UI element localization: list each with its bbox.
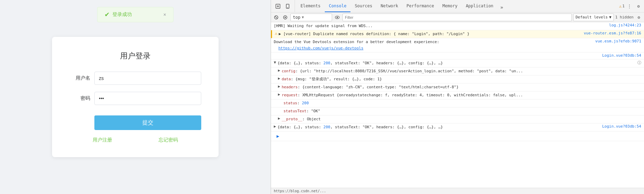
hidden-count: 1 hidden <box>615 15 634 19</box>
console-source[interactable]: vue.esm.js?efeb:9071 <box>595 39 641 43</box>
success-icon: ✔ <box>104 11 110 18</box>
svg-line-4 <box>275 16 277 18</box>
console-line-object: ▼ {data: {…}, status: 200, statusText: "… <box>271 59 644 67</box>
svg-point-8 <box>337 17 338 18</box>
console-message: __proto__: Object <box>282 116 641 122</box>
warning-count: 1 <box>622 4 625 8</box>
console-line-child: ▶ headers: {content-language: "zh-CN", c… <box>271 83 644 91</box>
username-row: 用户名 <box>69 72 201 85</box>
login-title: 用户登录 <box>69 51 201 61</box>
toast-message: 登录成功 <box>112 11 132 18</box>
console-line: Login.vue?03db:54 <box>271 52 644 59</box>
submit-row: 提交 <box>69 112 201 136</box>
console-message: data: {msg: "登录成功", result: {…}, code: 1… <box>282 76 641 82</box>
console-prompt-line: ▶ <box>271 131 644 141</box>
login-card: 用户登录 用户名 密码 提交 用户注册 忘记密码 <box>52 37 219 157</box>
links-row: 用户注册 忘记密码 <box>69 137 201 143</box>
submit-button[interactable]: 提交 <box>94 115 201 130</box>
filter-input[interactable] <box>342 14 572 21</box>
console-line-child: ▶ __proto__: Object <box>271 115 644 123</box>
devtools-topbar-right: ⚠ 1 ⋮ ⚙ <box>619 2 644 10</box>
context-arrow-icon: ▼ <box>302 15 304 19</box>
console-message: ▶ [vue-router] Duplicate named routes de… <box>279 31 581 37</box>
status-bar: https://blog.csdn.net/... <box>271 188 644 194</box>
password-label: 密码 <box>69 95 90 102</box>
console-message: [HMR] Waiting for update signal from WDS… <box>274 23 606 29</box>
level-selector[interactable]: Default levels ▼ <box>573 14 614 21</box>
tab-sources[interactable]: Sources <box>350 0 376 12</box>
console-source[interactable]: log.js?4244:23 <box>609 23 641 27</box>
level-arrow-icon: ▼ <box>609 15 611 19</box>
expand-icon[interactable]: ▶ <box>274 124 276 129</box>
console-line-child: ▶ data: {msg: "登录成功", result: {…}, code:… <box>271 75 644 83</box>
console-message: statusText: "OK" <box>278 108 641 114</box>
info-icon: ⓘ <box>637 60 641 65</box>
console-source[interactable]: vue-router.esm.js?fe87:16 <box>584 31 641 35</box>
console-line-warning: ⚠ ▶ [vue-router] Duplicate named routes … <box>271 30 644 38</box>
username-label: 用户名 <box>69 75 90 81</box>
console-message: config: {url: "http://localhost:8080/T21… <box>282 68 641 74</box>
toast-left: ✔ 登录成功 <box>104 11 132 18</box>
expand-icon[interactable]: ▶ <box>278 76 280 81</box>
tab-network[interactable]: Network <box>376 0 402 12</box>
forgot-password-link[interactable]: 忘记密码 <box>159 137 178 143</box>
password-row: 密码 <box>69 92 201 105</box>
warning-badge: ⚠ <box>619 4 621 9</box>
svg-point-6 <box>285 17 286 18</box>
eye-button[interactable] <box>333 14 341 21</box>
device-icon[interactable] <box>283 2 292 10</box>
expand-icon[interactable]: ▶ <box>278 116 280 121</box>
console-line-object2: ▶ {data: {…}, status: 200, statusText: "… <box>271 123 644 131</box>
console-message: {data: {…}, status: 200, statusText: "OK… <box>278 60 636 66</box>
warning-icon: ⚠ <box>275 31 277 36</box>
console-line: [HMR] Waiting for update signal from WDS… <box>271 22 644 30</box>
devtools-icon-group <box>271 0 295 12</box>
console-message: request: XMLHttpRequest {onreadystatecha… <box>282 92 641 98</box>
console-prompt: ▶ <box>274 132 282 140</box>
tab-elements[interactable]: Elements <box>296 0 325 12</box>
status-bar-text: https://blog.csdn.net/... <box>274 189 326 193</box>
expand-icon[interactable]: ▶ <box>278 92 280 97</box>
devtools-menu-button[interactable]: ⋮ <box>625 2 634 10</box>
devtools-panel: Elements Console Sources Network Perform… <box>271 0 644 194</box>
console-output[interactable]: [HMR] Waiting for update signal from WDS… <box>271 22 644 188</box>
console-source[interactable]: Login.vue?03db:54 <box>602 53 641 58</box>
expand-icon[interactable]: ▶ <box>278 84 280 89</box>
devtools-topbar: Elements Console Sources Network Perform… <box>271 0 644 13</box>
expand-icon[interactable]: ▼ <box>274 60 276 65</box>
expand-icon[interactable]: ▶ <box>278 68 280 73</box>
devtools-toolbar: top ▼ Default levels ▼ 1 hidden ⚙ <box>271 13 644 22</box>
stop-button[interactable] <box>281 14 289 21</box>
tab-memory[interactable]: Memory <box>438 0 461 12</box>
devtools-tabs: Elements Console Sources Network Perform… <box>295 0 507 12</box>
more-tabs-button[interactable]: » <box>498 2 506 12</box>
console-message: headers: {content-language: "zh-CN", con… <box>282 84 641 90</box>
console-line: Download the Vue Devtools extension for … <box>271 38 644 52</box>
console-message: Download the Vue Devtools extension for … <box>274 39 593 51</box>
app-panel: ✔ 登录成功 × 用户登录 用户名 密码 提交 用户注册 忘记密码 <box>0 0 271 194</box>
password-input[interactable] <box>94 92 201 105</box>
tab-console[interactable]: Console <box>325 0 351 12</box>
console-line-child: statusText: "OK" <box>271 107 644 115</box>
console-line-child: status: 200 <box>271 99 644 107</box>
clear-console-button[interactable] <box>272 14 280 21</box>
tab-performance[interactable]: Performance <box>402 0 438 12</box>
console-settings-button[interactable]: ⚙ <box>635 14 643 21</box>
console-message: {data: {…}, status: 200, statusText: "OK… <box>278 124 600 130</box>
inspect-icon[interactable] <box>274 2 282 10</box>
success-toast: ✔ 登录成功 × <box>97 7 173 22</box>
context-selector[interactable]: top ▼ <box>290 14 332 21</box>
username-input[interactable] <box>94 72 201 85</box>
register-link[interactable]: 用户注册 <box>93 137 112 143</box>
tab-application[interactable]: Application <box>461 0 497 12</box>
console-message: status: 200 <box>278 100 641 106</box>
console-line-child: ▶ config: {url: "http://localhost:8080/T… <box>271 67 644 75</box>
console-line-child: ▶ request: XMLHttpRequest {onreadystatec… <box>271 91 644 99</box>
devtools-settings-button[interactable]: ⚙ <box>634 2 643 10</box>
toast-close-button[interactable]: × <box>163 12 166 17</box>
console-source[interactable]: Login.vue?03db:54 <box>602 124 641 129</box>
